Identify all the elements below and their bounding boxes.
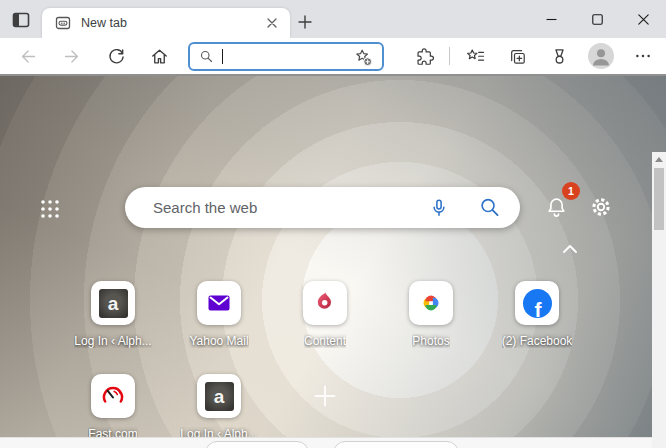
refresh-button[interactable]	[101, 41, 131, 71]
tile-icon-box	[91, 374, 135, 418]
add-shortcut-tile[interactable]	[272, 374, 378, 441]
add-shortcut-box	[303, 374, 347, 418]
yahoo-mail-envelope-icon	[205, 289, 233, 317]
notifications-button[interactable]: 1	[544, 190, 580, 224]
flame-logo-icon	[311, 289, 339, 317]
star-plus-icon	[353, 47, 373, 67]
new-tab-button[interactable]	[298, 11, 324, 33]
tab-actions-icon	[10, 9, 32, 31]
top-sites-row-2: Fast.com a Log In ‹ Alph...	[60, 374, 378, 441]
tile-content[interactable]: Content	[272, 281, 378, 348]
tile-fast-com[interactable]: Fast.com	[60, 374, 166, 441]
tile-icon-box	[197, 281, 241, 325]
browser-window: New tab	[0, 0, 666, 448]
forward-arrow-icon	[62, 47, 81, 66]
tile-label: Content	[304, 334, 346, 348]
minimize-button[interactable]	[528, 0, 574, 38]
extensions-button[interactable]	[409, 41, 439, 71]
more-dots-icon	[634, 47, 652, 65]
tile-icon-box	[409, 281, 453, 325]
window-controls	[528, 0, 666, 38]
alpha-logo: a	[205, 382, 234, 411]
tile-icon-box: a	[91, 281, 135, 325]
close-icon	[267, 18, 277, 28]
tab-title: New tab	[81, 16, 262, 30]
settings-menu-button[interactable]	[628, 41, 658, 71]
search-icon	[199, 49, 214, 64]
profile-button[interactable]	[586, 41, 616, 71]
tile-login-alpha-2[interactable]: a Log In ‹ Alph...	[166, 374, 272, 441]
page-settings-button[interactable]	[588, 192, 618, 222]
collapse-top-sites-button[interactable]	[562, 241, 584, 257]
google-photos-pinwheel-icon	[416, 288, 446, 318]
microphone-icon	[428, 197, 450, 219]
new-tab-favicon-icon	[54, 14, 72, 32]
plus-icon	[312, 383, 338, 409]
speedometer-logo-icon	[99, 382, 127, 410]
plus-icon	[298, 15, 324, 29]
refresh-icon	[107, 47, 126, 66]
alpha-logo: a	[99, 289, 128, 318]
star-list-icon	[465, 46, 486, 67]
feed-tab-pill[interactable]	[333, 441, 459, 448]
close-tab-button[interactable]	[262, 13, 282, 33]
maximize-button[interactable]	[574, 0, 620, 38]
settings-gear-icon	[588, 194, 618, 220]
collections-icon	[507, 46, 528, 67]
active-tab[interactable]: New tab	[42, 8, 290, 38]
puzzle-piece-icon	[414, 46, 435, 67]
web-search-box[interactable]: Search the web	[125, 187, 520, 228]
tile-icon-box: a	[197, 374, 241, 418]
collections-button[interactable]	[502, 41, 532, 71]
close-window-button[interactable]	[620, 0, 666, 38]
minimize-icon	[546, 14, 557, 25]
tile-icon-box: f	[515, 281, 559, 325]
apps-launcher-button[interactable]	[38, 196, 64, 222]
tile-label: (2) Facebook	[502, 334, 573, 348]
maximize-icon	[592, 14, 603, 25]
tile-facebook[interactable]: f (2) Facebook	[484, 281, 590, 348]
tile-label: Yahoo Mail	[189, 334, 248, 348]
tile-login-alpha[interactable]: a Log In ‹ Alph...	[60, 281, 166, 348]
page-scrollbar[interactable]	[652, 152, 666, 448]
facebook-logo: f	[523, 289, 552, 318]
tile-label: Photos	[412, 334, 449, 348]
top-sites-row-1: a Log In ‹ Alph... Yahoo Mail	[60, 281, 590, 348]
profile-avatar	[588, 43, 614, 69]
close-icon	[638, 14, 649, 25]
home-icon	[150, 47, 169, 66]
medal-icon	[549, 46, 570, 67]
scrollbar-up-button[interactable]	[652, 152, 666, 166]
address-bar[interactable]	[188, 42, 384, 71]
apps-grid-icon	[38, 197, 64, 221]
tile-yahoo-mail[interactable]: Yahoo Mail	[166, 281, 272, 348]
tile-label: Log In ‹ Alph...	[74, 334, 151, 348]
forward-button[interactable]	[56, 41, 86, 71]
search-placeholder: Search the web	[153, 199, 422, 216]
tile-photos[interactable]: Photos	[378, 281, 484, 348]
text-caret	[222, 49, 223, 64]
back-arrow-icon	[19, 47, 38, 66]
voice-search-button[interactable]	[422, 191, 456, 225]
address-input[interactable]	[222, 49, 350, 64]
magnifier-icon	[478, 196, 501, 219]
new-tab-page-background: Search the web	[0, 76, 666, 448]
rewards-button[interactable]	[544, 41, 574, 71]
favorites-button[interactable]	[460, 41, 490, 71]
toolbar-actions	[409, 38, 658, 74]
feed-tab-pill[interactable]	[205, 441, 309, 448]
triangle-up-icon	[655, 157, 663, 162]
search-submit-button[interactable]	[472, 191, 506, 225]
notification-badge: 1	[562, 182, 580, 200]
chevron-up-icon	[562, 244, 584, 254]
back-button[interactable]	[13, 41, 43, 71]
tile-icon-box	[303, 281, 347, 325]
navigation-toolbar	[0, 38, 666, 76]
home-button[interactable]	[144, 41, 174, 71]
title-bar: New tab	[0, 0, 666, 38]
news-feed-strip	[0, 437, 666, 448]
add-favorite-button[interactable]	[350, 45, 376, 69]
toolbar-divider	[449, 47, 450, 65]
scrollbar-thumb[interactable]	[654, 168, 664, 230]
tab-actions-menu-button[interactable]	[10, 9, 32, 31]
